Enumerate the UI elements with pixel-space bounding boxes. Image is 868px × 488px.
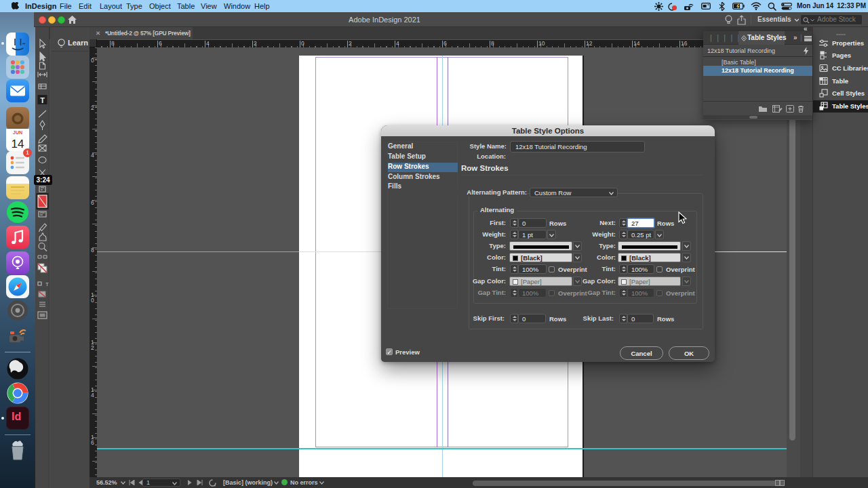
- svg-text:JUN: JUN: [13, 130, 22, 135]
- svg-text:T: T: [45, 281, 49, 287]
- svg-text:14: 14: [12, 138, 24, 150]
- svg-text:T: T: [40, 96, 45, 104]
